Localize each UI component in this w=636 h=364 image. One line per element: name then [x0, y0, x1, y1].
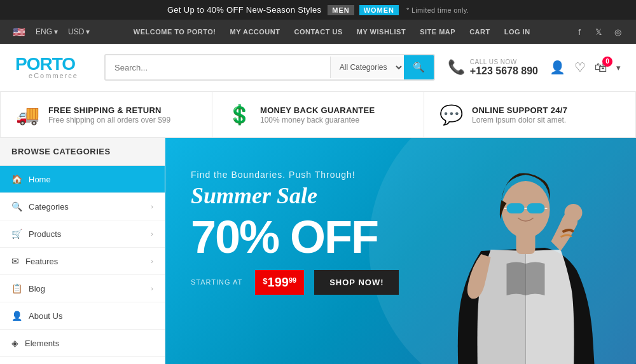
benefit-money-back-subtitle: 100% money back guarantee: [260, 116, 359, 125]
shipping-icon: 🚚: [16, 104, 39, 126]
elements-icon: ◈: [11, 338, 18, 348]
benefit-shipping-title: FREE SHIPPING & RETURN: [48, 105, 170, 115]
price-amount: 199: [268, 275, 289, 290]
benefit-money-back-text: MONEY BACK GUARANTEE 100% money back gua…: [260, 105, 375, 125]
chevron-right-icon: ›: [151, 230, 153, 238]
benefit-support-subtitle: Lorem ipsum dolor sit amet.: [472, 116, 566, 125]
sidebar-link-home[interactable]: 🏠 Home: [0, 166, 165, 193]
call-text: CALL US NOW +123 5678 890: [470, 58, 538, 77]
svg-rect-3: [507, 203, 525, 213]
browse-header: BROWSE CATEGORIES: [0, 138, 165, 166]
cart-dropdown-arrow[interactable]: ▾: [616, 63, 621, 72]
men-badge[interactable]: MEN: [328, 5, 354, 15]
sidebar-item-blog[interactable]: 📋 Blog ›: [0, 275, 165, 302]
home-icon: 🏠: [11, 174, 22, 184]
search-input[interactable]: [106, 57, 330, 78]
sidebar-label-products: Products: [29, 229, 61, 239]
sidebar-link-buy-porto[interactable]: ☆ Buy Porto! HOT: [0, 357, 165, 364]
cart-wrapper[interactable]: 🛍 0: [595, 60, 607, 75]
nav-cart[interactable]: CART: [469, 28, 490, 36]
sidebar-item-buy-porto[interactable]: ☆ Buy Porto! HOT: [0, 357, 165, 364]
price-cents: 99: [289, 276, 296, 284]
hero-title: Summer Sale: [191, 184, 407, 209]
sidebar: BROWSE CATEGORIES 🏠 Home 🔍 Categories ›: [0, 138, 165, 364]
hero-content: Find the Boundaries. Push Through! Summe…: [165, 138, 432, 327]
sidebar-item-home[interactable]: 🏠 Home: [0, 166, 165, 193]
women-badge[interactable]: WOMEN: [359, 5, 399, 15]
benefit-support: 💬 ONLINE SUPPORT 24/7 Lorem ipsum dolor …: [424, 92, 635, 137]
sidebar-link-elements[interactable]: ◈ Elements: [0, 330, 165, 357]
top-banner: Get Up to 40% OFF New-Season Styles MEN …: [0, 0, 636, 20]
benefit-money-back: 💲 MONEY BACK GUARANTEE 100% money back g…: [212, 92, 424, 137]
benefit-support-text: ONLINE SUPPORT 24/7 Lorem ipsum dolor si…: [472, 105, 567, 125]
cart-badge: 0: [602, 57, 612, 67]
sidebar-item-about-us[interactable]: 👤 About Us: [0, 302, 165, 330]
facebook-icon[interactable]: f: [574, 26, 585, 37]
sidebar-label-elements: Elements: [25, 339, 59, 348]
price-dollar: $: [263, 276, 267, 286]
header-right: 📞 CALL US NOW +123 5678 890 👤 ♡ 🛍 0 ▾: [448, 58, 621, 77]
sidebar-item-products[interactable]: 🛒 Products ›: [0, 220, 165, 248]
search-bar: All Categories 🔍: [104, 54, 435, 81]
user-icon[interactable]: 👤: [550, 60, 565, 75]
chevron-right-icon: ›: [151, 285, 153, 292]
logo[interactable]: PORTO: [15, 55, 92, 73]
phone-number[interactable]: +123 5678 890: [470, 65, 538, 76]
nav-left: 🇺🇸 ENG ▾ USD ▾: [13, 26, 90, 38]
products-icon: 🛒: [11, 229, 22, 239]
sidebar-label-blog: Blog: [29, 284, 45, 293]
header-icons: 👤 ♡ 🛍 0 ▾: [550, 60, 621, 75]
chevron-right-icon: ›: [151, 257, 153, 265]
nav-bar: 🇺🇸 ENG ▾ USD ▾ WELCOME TO PORTO! MY ACCO…: [0, 20, 636, 44]
sidebar-link-features[interactable]: ✉ Features ›: [0, 248, 165, 275]
search-button[interactable]: 🔍: [404, 55, 434, 79]
sidebar-link-blog[interactable]: 📋 Blog ›: [0, 275, 165, 302]
benefit-support-title: ONLINE SUPPORT 24/7: [472, 105, 567, 115]
hero-banner: Find the Boundaries. Push Through! Summe…: [165, 138, 636, 364]
sidebar-link-about-us[interactable]: 👤 About Us: [0, 302, 165, 330]
instagram-icon[interactable]: ◎: [612, 26, 623, 37]
nav-center-links: WELCOME TO PORTO! MY ACCOUNT CONTACT US …: [134, 28, 530, 36]
call-area: 📞 CALL US NOW +123 5678 890: [448, 58, 538, 77]
sidebar-label-home: Home: [29, 175, 51, 184]
logo-area: PORTO eCommerce: [15, 55, 92, 79]
shop-now-button[interactable]: SHOP NOW!: [314, 270, 399, 295]
category-select[interactable]: All Categories: [330, 57, 404, 78]
banner-text: Get Up to 40% OFF New-Season Styles: [167, 5, 321, 15]
nav-site-map[interactable]: SITE MAP: [420, 28, 455, 36]
currency-selector[interactable]: USD ▾: [68, 27, 90, 36]
sidebar-link-products[interactable]: 🛒 Products ›: [0, 220, 165, 248]
svg-rect-4: [527, 203, 545, 213]
wishlist-icon[interactable]: ♡: [574, 60, 586, 75]
search-icon: 🔍: [413, 62, 425, 72]
nav-my-account[interactable]: MY ACCOUNT: [230, 28, 280, 36]
nav-log-in[interactable]: LOG IN: [504, 28, 530, 36]
hero-tagline: Find the Boundaries. Push Through!: [191, 170, 407, 180]
sidebar-label-about-us: About Us: [29, 311, 62, 321]
hero-discount: 70% OFF: [191, 214, 407, 260]
header: PORTO eCommerce All Categories 🔍 📞 CALL …: [0, 44, 636, 91]
about-icon: 👤: [11, 311, 22, 321]
categories-icon: 🔍: [11, 201, 22, 212]
hero-bottom: STARTING AT $ 199 99 SHOP NOW!: [191, 270, 407, 295]
language-selector[interactable]: ENG ▾: [36, 27, 58, 36]
sidebar-item-categories[interactable]: 🔍 Categories ›: [0, 193, 165, 220]
benefit-money-back-title: MONEY BACK GUARANTEE: [260, 105, 375, 115]
limited-text: * Limited time only.: [406, 6, 469, 14]
blog-icon: 📋: [11, 283, 22, 293]
benefit-shipping-text: FREE SHIPPING & RETURN Free shipping on …: [48, 105, 170, 125]
nav-welcome[interactable]: WELCOME TO PORTO!: [134, 28, 216, 36]
main-content: BROWSE CATEGORIES 🏠 Home 🔍 Categories ›: [0, 138, 636, 364]
sidebar-link-categories[interactable]: 🔍 Categories ›: [0, 193, 165, 220]
benefit-shipping: 🚚 FREE SHIPPING & RETURN Free shipping o…: [1, 92, 212, 137]
benefits-bar: 🚚 FREE SHIPPING & RETURN Free shipping o…: [0, 91, 636, 138]
features-icon: ✉: [11, 256, 19, 266]
phone-icon: 📞: [448, 59, 465, 76]
sidebar-item-features[interactable]: ✉ Features ›: [0, 248, 165, 275]
support-icon: 💬: [439, 104, 463, 126]
twitter-icon[interactable]: 𝕏: [593, 26, 604, 37]
nav-my-wishlist[interactable]: MY WISHLIST: [357, 28, 406, 36]
call-us-label: CALL US NOW: [470, 58, 538, 65]
nav-contact-us[interactable]: CONTACT US: [294, 28, 342, 36]
sidebar-item-elements[interactable]: ◈ Elements: [0, 330, 165, 357]
